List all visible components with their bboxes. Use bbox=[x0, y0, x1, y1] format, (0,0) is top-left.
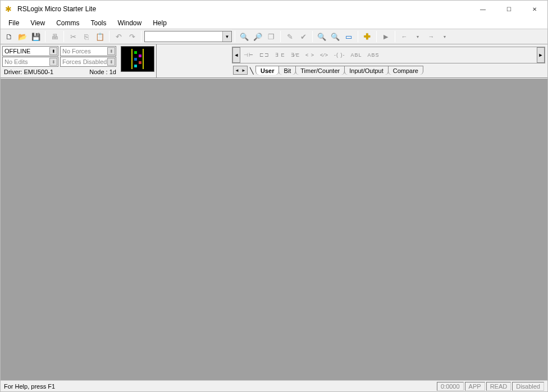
nav-fwd-menu[interactable]: ▼ bbox=[439, 30, 451, 43]
chevron-down-icon: ▼ bbox=[225, 34, 230, 39]
toolbar-separator bbox=[358, 31, 358, 42]
online-status-dropdown[interactable]: OFFLINE ⬍ bbox=[2, 46, 58, 56]
chevron-down-icon: ▼ bbox=[443, 35, 447, 39]
instr-otu[interactable]: <∕> bbox=[320, 52, 328, 58]
tab-nav-buttons: ◄ ► bbox=[233, 66, 248, 75]
menu-file[interactable]: File bbox=[3, 18, 25, 28]
open-button[interactable]: 📂 bbox=[16, 30, 29, 43]
paste-button[interactable]: 📋 bbox=[94, 30, 106, 43]
menu-tools[interactable]: Tools bbox=[85, 18, 112, 28]
maximize-button[interactable]: ☐ bbox=[496, 1, 522, 17]
tab-nav-right[interactable]: ► bbox=[240, 66, 247, 74]
minimize-button[interactable]: — bbox=[470, 1, 496, 17]
step-button[interactable]: ▶ bbox=[380, 30, 392, 43]
instruction-palette: ◄ ⊣⊢ ⊏⊐ ∃ E ∃⁄E < > <∕> -( )- ABL ABS ► bbox=[232, 47, 545, 63]
verify-button[interactable]: ✎ bbox=[284, 30, 296, 43]
instr-ote[interactable]: < > bbox=[305, 52, 314, 58]
tab-nav-left[interactable]: ◄ bbox=[234, 66, 240, 74]
dropdown-arrow-icon: ⬍ bbox=[49, 47, 57, 55]
menu-help[interactable]: Help bbox=[147, 18, 172, 28]
redo-button[interactable]: ↷ bbox=[126, 30, 138, 43]
driver-info: Driver: EMU500-1 Node : 1d bbox=[2, 67, 118, 76]
address-combo-dropdown[interactable]: ▼ bbox=[222, 31, 231, 42]
status-force: Disabled bbox=[512, 382, 544, 391]
verify-project-button[interactable]: ✔ bbox=[297, 30, 309, 43]
tab-bit[interactable]: Bit bbox=[278, 66, 296, 75]
forces-enable-dropdown[interactable]: Forces Disabled ⬍ bbox=[60, 57, 116, 67]
new-button[interactable]: 🗋 bbox=[3, 30, 15, 43]
instr-otl[interactable]: -( )- bbox=[334, 52, 345, 58]
verify-project-icon: ✔ bbox=[300, 33, 307, 41]
zoom-in-button[interactable]: 🔍 bbox=[316, 30, 328, 43]
instr-xic[interactable]: ∃ E bbox=[275, 52, 285, 58]
close-button[interactable]: ✕ bbox=[522, 1, 547, 17]
undo-button[interactable]: ↶ bbox=[112, 30, 125, 43]
mdi-workspace bbox=[1, 78, 547, 380]
chevron-left-icon: ◄ bbox=[234, 52, 239, 58]
instruction-tabstrip: ◄ ► ╲ User Bit Timer/Counter Input/Outpu… bbox=[232, 65, 545, 75]
dropdown-arrow-icon: ⬍ bbox=[107, 47, 115, 55]
instr-xio[interactable]: ∃⁄E bbox=[291, 52, 300, 58]
svg-rect-2 bbox=[134, 51, 137, 54]
palette-scroll-right[interactable]: ► bbox=[537, 47, 545, 63]
instr-abs[interactable]: ABS bbox=[368, 52, 380, 58]
driver-label: Driver: bbox=[4, 69, 22, 75]
app-icon: ✱ bbox=[5, 4, 14, 13]
toolbar-separator bbox=[109, 31, 109, 42]
cut-button[interactable]: ✂ bbox=[67, 30, 79, 43]
find-all-button[interactable]: ❐ bbox=[265, 30, 277, 43]
save-button[interactable]: 💾 bbox=[30, 30, 42, 43]
nav-back-button[interactable]: ← bbox=[398, 30, 410, 43]
toolbar-separator bbox=[45, 31, 45, 42]
toolbar-separator bbox=[235, 31, 235, 42]
find-button[interactable]: 🔍 bbox=[238, 30, 250, 43]
svg-rect-6 bbox=[134, 65, 137, 67]
toolbar-separator bbox=[280, 31, 281, 42]
spacer bbox=[157, 44, 230, 78]
status-help-text: For Help, press F1 bbox=[4, 383, 436, 390]
toolbar-separator bbox=[63, 31, 64, 42]
tab-user[interactable]: User bbox=[255, 66, 279, 75]
find-next-button[interactable]: 🔎 bbox=[252, 30, 264, 43]
tab-timer-counter[interactable]: Timer/Counter bbox=[295, 66, 345, 75]
svg-rect-4 bbox=[134, 58, 137, 61]
instr-abl[interactable]: ABL bbox=[351, 52, 362, 58]
menu-comms[interactable]: Comms bbox=[51, 18, 85, 28]
copy-button[interactable]: ⎘ bbox=[80, 30, 93, 43]
toolbar-separator bbox=[395, 31, 395, 42]
ladder-preview-icon bbox=[121, 46, 154, 72]
toggle-view-button[interactable]: ▭ bbox=[342, 30, 355, 43]
menu-view[interactable]: View bbox=[25, 18, 51, 28]
instr-branch[interactable]: ⊏⊐ bbox=[259, 52, 270, 58]
chevron-right-icon: ► bbox=[538, 52, 544, 58]
toolbar-separator bbox=[376, 31, 377, 42]
menu-window[interactable]: Window bbox=[112, 18, 148, 28]
zoom-in-icon: 🔍 bbox=[317, 33, 326, 41]
redo-icon: ↷ bbox=[129, 33, 135, 41]
tab-compare[interactable]: Compare bbox=[388, 66, 423, 75]
nav-back-menu[interactable]: ▼ bbox=[412, 30, 424, 43]
forces-status-dropdown[interactable]: No Forces ⬍ bbox=[60, 46, 116, 56]
new-file-icon: 🗋 bbox=[6, 33, 13, 41]
toolbar-separator bbox=[312, 31, 313, 42]
nav-fwd-button[interactable]: → bbox=[425, 30, 437, 43]
node-label: Node : bbox=[89, 69, 107, 75]
close-icon: ✕ bbox=[532, 6, 537, 12]
find-next-icon: 🔎 bbox=[253, 33, 262, 41]
status-panel: OFFLINE ⬍ No Forces ⬍ No Edits ⬍ Forces … bbox=[1, 44, 157, 78]
status-mode: APP bbox=[465, 382, 485, 391]
print-button[interactable]: 🖶 bbox=[48, 30, 61, 43]
tab-input-output[interactable]: Input/Output bbox=[344, 66, 389, 75]
instr-rung[interactable]: ⊣⊢ bbox=[244, 52, 254, 58]
edits-status-label: No Edits bbox=[4, 58, 28, 65]
palette-scroll-left[interactable]: ◄ bbox=[232, 47, 240, 63]
address-combo[interactable]: ▼ bbox=[144, 31, 232, 42]
zoom-out-button[interactable]: 🔍 bbox=[329, 30, 341, 43]
forces-enable-label: Forces Disabled bbox=[62, 58, 107, 65]
status-bar: For Help, press F1 0:0000 APP READ Disab… bbox=[1, 380, 547, 391]
tab-slash-icon: ╲ bbox=[248, 67, 256, 75]
edits-status-dropdown[interactable]: No Edits ⬍ bbox=[2, 57, 58, 67]
window-icon: ▭ bbox=[345, 33, 352, 41]
add-button[interactable]: ✚ bbox=[361, 30, 373, 43]
cut-icon: ✂ bbox=[70, 33, 76, 41]
